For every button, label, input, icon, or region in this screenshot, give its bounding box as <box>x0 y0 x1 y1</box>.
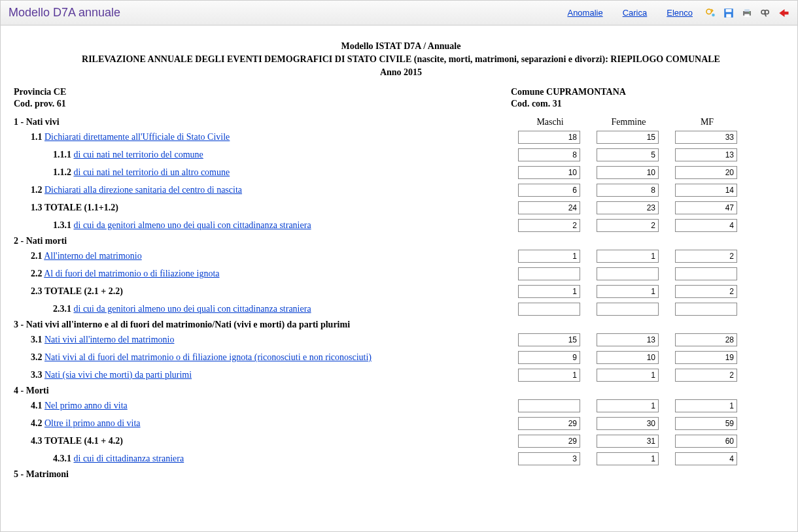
val-1-3-m[interactable] <box>518 201 580 214</box>
link-elenco[interactable]: Elenco <box>667 8 693 18</box>
val-3-1-mf[interactable] <box>675 333 737 346</box>
val-4-3-mf[interactable] <box>675 435 737 448</box>
doc-anno: Anno 2015 <box>14 67 788 78</box>
sec2-title: 2 - Nati morti <box>14 236 788 246</box>
link-3-1[interactable]: Nati vivi all'interno del matrimonio <box>44 335 174 344</box>
val-1-2-m[interactable] <box>518 184 580 197</box>
val-4-3-1-m[interactable] <box>518 452 580 465</box>
row-1-3: 1.3 TOTALE (1.1+1.2) <box>14 200 788 216</box>
link-4-2[interactable]: Oltre il primo anno di vita <box>44 418 141 428</box>
link-2-1[interactable]: All'interno del matrimonio <box>44 251 142 261</box>
val-1-1-1-m[interactable] <box>518 148 580 161</box>
val-4-2-f[interactable] <box>597 417 659 430</box>
val-1-3-f[interactable] <box>597 201 659 214</box>
sec4-title: 4 - Morti <box>14 386 788 396</box>
exit-icon[interactable] <box>778 7 789 19</box>
doc-title: Modello ISTAT D7A / Annuale <box>14 41 788 52</box>
label-4-3: TOTALE (4.1 + 4.2) <box>44 436 123 446</box>
num-3-1: 3.1 <box>31 335 43 344</box>
val-1-1-2-mf[interactable] <box>675 166 737 179</box>
val-3-3-f[interactable] <box>597 369 659 382</box>
num-4-3-1: 4.3.1 <box>53 454 71 463</box>
link-3-3[interactable]: Nati (sia vivi che morti) da parti pluri… <box>44 370 192 380</box>
val-2-2-m[interactable] <box>518 267 580 280</box>
svg-point-8 <box>749 12 750 13</box>
refresh-icon[interactable] <box>704 7 716 19</box>
val-1-1-1-mf[interactable] <box>675 148 737 161</box>
val-4-1-f[interactable] <box>597 399 659 412</box>
val-1-2-mf[interactable] <box>675 184 737 197</box>
header-links: Anomalie Carica Elenco <box>567 8 693 18</box>
link-2-2[interactable]: Al di fuori del matrimonio o di filiazio… <box>44 269 219 278</box>
row-2-3-1: 2.3.1 di cui da genitori almeno uno dei … <box>14 301 788 317</box>
num-1-2: 1.2 <box>31 185 43 195</box>
row-4-2: 4.2 Oltre il primo anno di vita <box>14 416 788 431</box>
num-3-3: 3.3 <box>31 370 43 380</box>
num-4-1: 4.1 <box>31 401 43 410</box>
link-1-1-2[interactable]: di cui nati nel territorio di un altro c… <box>74 167 230 177</box>
app-title: Modello D7A annuale <box>9 6 120 20</box>
val-2-3-m[interactable] <box>518 285 580 298</box>
link-4-3-1[interactable]: di cui di cittadinanza straniera <box>74 454 184 463</box>
val-4-3-1-f[interactable] <box>597 452 659 465</box>
link-1-1[interactable]: Dichiarati direttamente all'Ufficiale di… <box>44 132 230 142</box>
val-2-2-f[interactable] <box>597 267 659 280</box>
val-2-1-mf[interactable] <box>675 250 737 263</box>
val-2-2-mf[interactable] <box>675 267 737 280</box>
val-1-1-m[interactable] <box>518 131 580 144</box>
num-4-2: 4.2 <box>31 418 43 428</box>
link-2-3-1[interactable]: di cui da genitori almeno uno dei quali … <box>74 304 311 314</box>
val-1-1-f[interactable] <box>597 131 659 144</box>
row-2-2: 2.2 Al di fuori del matrimonio o di fili… <box>14 266 788 282</box>
val-4-3-f[interactable] <box>597 435 659 448</box>
val-1-2-f[interactable] <box>597 184 659 197</box>
link-1-3-1[interactable]: di cui da genitori almeno uno dei quali … <box>74 220 311 230</box>
val-2-3-f[interactable] <box>597 285 659 298</box>
print-icon[interactable] <box>741 7 753 19</box>
val-1-1-mf[interactable] <box>675 131 737 144</box>
val-4-3-m[interactable] <box>518 435 580 448</box>
document-scroll[interactable]: Modello ISTAT D7A / Annuale RILEVAZIONE … <box>1 25 797 529</box>
val-1-3-mf[interactable] <box>675 201 737 214</box>
val-3-1-m[interactable] <box>518 333 580 346</box>
val-3-2-mf[interactable] <box>675 351 737 364</box>
val-2-1-f[interactable] <box>597 250 659 263</box>
svg-point-1 <box>712 13 715 16</box>
link-1-1-1[interactable]: di cui nati nel territorio del comune <box>74 150 203 159</box>
val-2-3-1-m[interactable] <box>518 303 580 316</box>
search-icon[interactable] <box>759 7 771 19</box>
link-carica[interactable]: Carica <box>623 8 648 18</box>
val-4-2-m[interactable] <box>518 417 580 430</box>
val-2-3-1-mf[interactable] <box>675 303 737 316</box>
val-4-1-m[interactable] <box>518 399 580 412</box>
save-icon[interactable] <box>723 7 735 19</box>
val-3-3-mf[interactable] <box>675 369 737 382</box>
provincia-label: Provincia CE <box>14 87 511 97</box>
val-1-3-1-m[interactable] <box>518 219 580 232</box>
sec5-title: 5 - Matrimoni <box>14 469 788 480</box>
val-3-1-f[interactable] <box>597 333 659 346</box>
val-3-2-m[interactable] <box>518 351 580 364</box>
val-2-3-mf[interactable] <box>675 285 737 298</box>
val-1-1-2-m[interactable] <box>518 166 580 179</box>
val-4-3-1-mf[interactable] <box>675 452 737 465</box>
val-3-2-f[interactable] <box>597 351 659 364</box>
link-1-2[interactable]: Dichiarati alla direzione sanitaria del … <box>44 185 242 195</box>
row-3-3: 3.3 Nati (sia vivi che morti) da parti p… <box>14 367 788 383</box>
val-1-3-1-mf[interactable] <box>675 219 737 232</box>
val-3-3-m[interactable] <box>518 369 580 382</box>
val-1-1-1-f[interactable] <box>597 148 659 161</box>
link-4-1[interactable]: Nel primo anno di vita <box>44 401 128 410</box>
num-2-2: 2.2 <box>31 269 43 278</box>
link-3-2[interactable]: Nati vivi al di fuori del matrimonio o d… <box>44 352 372 362</box>
label-1-3: TOTALE (1.1+1.2) <box>44 203 118 212</box>
val-4-2-mf[interactable] <box>675 417 737 430</box>
link-anomalie[interactable]: Anomalie <box>567 8 602 18</box>
val-2-1-m[interactable] <box>518 250 580 263</box>
val-4-1-mf[interactable] <box>675 399 737 412</box>
row-1-1-1: 1.1.1 di cui nati nel territorio del com… <box>14 147 788 163</box>
val-1-1-2-f[interactable] <box>597 166 659 179</box>
num-1-3: 1.3 <box>31 203 43 212</box>
val-1-3-1-f[interactable] <box>597 219 659 232</box>
val-2-3-1-f[interactable] <box>597 303 659 316</box>
